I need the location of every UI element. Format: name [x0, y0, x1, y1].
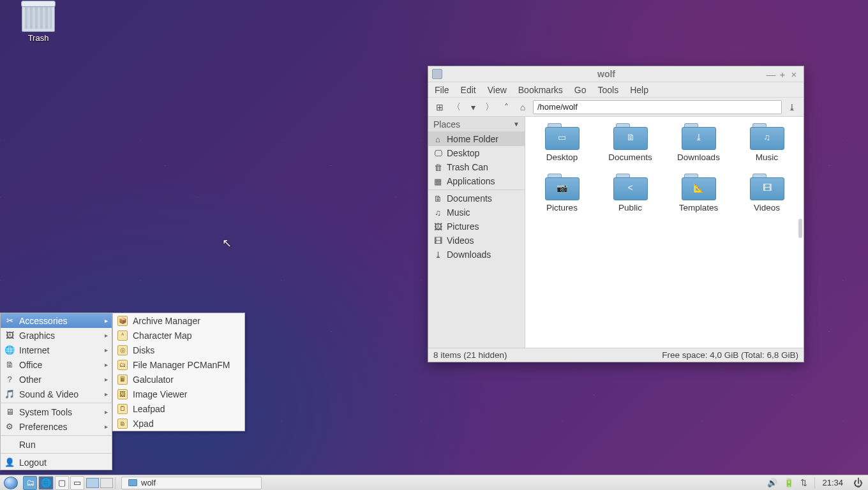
- submenu-arrow-icon: ▸: [105, 390, 108, 397]
- menu-item-system-tools[interactable]: 🖥 System Tools ▸: [1, 405, 112, 419]
- taskbar-panel: 🗂 🌐 ▢ ▭ wolf 🔊 🔋 ⇅ 21:34 ⏻: [0, 475, 868, 490]
- menu-item-other[interactable]: ? Other ▸: [1, 372, 112, 387]
- menu-item-accessories[interactable]: ✂ Accessories ▸: [1, 313, 112, 328]
- menu-item-preferences[interactable]: ⚙ Preferences ▸: [1, 419, 112, 434]
- task-button-file-manager[interactable]: wolf: [121, 477, 262, 489]
- character-map-icon: ᴬ: [117, 330, 128, 341]
- sidebar-item-desktop[interactable]: 🖵Desktop: [428, 146, 525, 160]
- maximize-button[interactable]: +: [777, 69, 788, 80]
- workspace-1[interactable]: [86, 478, 99, 488]
- folder-icon: [432, 69, 442, 79]
- system-tray: 🔊 🔋 ⇅: [762, 478, 812, 487]
- menu-separator: [1, 453, 112, 454]
- status-items: 8 items (21 hidden): [433, 350, 507, 360]
- folder-glyph-icon: 📐: [682, 182, 716, 193]
- status-free-space: Free space: 4,0 GiB (Total: 6,8 GiB): [662, 350, 798, 360]
- sidebar-separator: [428, 189, 525, 190]
- menu-separator: [1, 435, 112, 436]
- submenu-item-file-manager[interactable]: 🗂File Manager PCManFM: [113, 357, 244, 372]
- sidebar-item-downloads[interactable]: ⤓Downloads: [428, 248, 525, 262]
- battery-icon[interactable]: 🔋: [784, 478, 794, 487]
- folder-templates[interactable]: 📐Templates: [668, 174, 730, 212]
- workspace-2[interactable]: [100, 478, 113, 488]
- folder-music[interactable]: ♫Music: [737, 123, 798, 162]
- sidebar-item-label: Videos: [447, 235, 474, 246]
- file-manager-window[interactable]: wolf — + × File Edit View Bookmarks Go T…: [428, 66, 804, 362]
- scrollbar[interactable]: [798, 219, 802, 238]
- sidebar-item-home[interactable]: ⌂Home Folder: [428, 132, 525, 146]
- go-button[interactable]: ⤓: [786, 101, 798, 114]
- accessories-submenu[interactable]: 📦Archive Manager ᴬCharacter Map ◎Disks 🗂…: [112, 313, 245, 431]
- folder-documents[interactable]: 🗎Documents: [600, 123, 661, 162]
- menu-item-sound-video[interactable]: 🎵 Sound & Video ▸: [1, 387, 112, 401]
- menu-tools[interactable]: Tools: [598, 85, 619, 95]
- path-entry[interactable]: /home/wolf: [533, 100, 782, 114]
- menu-item-run[interactable]: Run: [1, 437, 112, 452]
- network-icon[interactable]: ⇅: [800, 478, 807, 487]
- submenu-item-xpad[interactable]: 🗈Xpad: [113, 416, 244, 431]
- sidebar-header[interactable]: Places ▼: [428, 117, 525, 132]
- forward-button[interactable]: 〉: [483, 101, 496, 114]
- start-menu-button[interactable]: [0, 476, 22, 490]
- show-desktop-button[interactable]: ▭: [70, 476, 84, 490]
- sidebar-item-applications[interactable]: ▦Applications: [428, 174, 525, 188]
- menu-item-office[interactable]: 🗎 Office ▸: [1, 357, 112, 372]
- submenu-item-leafpad[interactable]: 🗒Leafpad: [113, 401, 244, 416]
- sidebar-item-trash[interactable]: 🗑Trash Can: [428, 160, 525, 174]
- launcher-app[interactable]: ▢: [55, 476, 69, 490]
- sidebar-item-pictures[interactable]: 🖼Pictures: [428, 219, 525, 234]
- home-button[interactable]: ⌂: [516, 101, 529, 114]
- sidebar-item-documents[interactable]: 🗎Documents: [428, 191, 525, 205]
- folder-pictures[interactable]: 📷Pictures: [532, 174, 593, 212]
- menu-edit[interactable]: Edit: [461, 85, 476, 95]
- documents-icon: 🗎: [433, 194, 442, 204]
- trash-icon: 🗑: [433, 163, 442, 172]
- music-icon: ♫: [433, 208, 442, 218]
- menu-bookmarks[interactable]: Bookmarks: [518, 85, 563, 95]
- back-button[interactable]: 〈: [450, 101, 463, 114]
- menu-go[interactable]: Go: [574, 85, 587, 95]
- titlebar[interactable]: wolf — + ×: [428, 66, 804, 82]
- power-button[interactable]: ⏻: [848, 477, 868, 488]
- desktop-icon-trash[interactable]: Trash: [15, 4, 61, 43]
- blank-icon: [4, 440, 15, 450]
- submenu-item-character-map[interactable]: ᴬCharacter Map: [113, 328, 244, 343]
- application-menu[interactable]: ✂ Accessories ▸ 🖼 Graphics ▸ 🌐 Internet …: [0, 313, 112, 470]
- sidebar-item-videos[interactable]: 🎞Videos: [428, 234, 525, 248]
- launcher-file-manager[interactable]: 🗂: [23, 476, 37, 490]
- menu-item-label: Internet: [19, 345, 49, 355]
- menu-view[interactable]: View: [488, 85, 507, 95]
- folder-desktop[interactable]: ▭Desktop: [532, 123, 593, 162]
- folder-label: Videos: [737, 203, 798, 212]
- submenu-item-disks[interactable]: ◎Disks: [113, 343, 244, 357]
- window-title: wolf: [447, 69, 765, 79]
- folder-videos[interactable]: 🎞Videos: [737, 174, 798, 212]
- volume-icon[interactable]: 🔊: [767, 478, 777, 487]
- menu-item-graphics[interactable]: 🖼 Graphics ▸: [1, 328, 112, 343]
- folder-downloads[interactable]: ⤓Downloads: [668, 123, 730, 162]
- up-button[interactable]: ˄: [500, 101, 513, 114]
- icon-view[interactable]: ▭Desktop 🗎Documents ⤓Downloads ♫Music 📷P…: [525, 117, 804, 348]
- submenu-arrow-icon: ▸: [105, 317, 108, 324]
- submenu-item-galculator[interactable]: 🖩Galculator: [113, 372, 244, 387]
- submenu-item-image-viewer[interactable]: 🖼Image Viewer: [113, 387, 244, 401]
- minimize-button[interactable]: —: [765, 69, 777, 80]
- close-button[interactable]: ×: [788, 69, 800, 80]
- folder-label: Pictures: [532, 203, 593, 212]
- folder-label: Public: [600, 203, 661, 212]
- launcher-browser[interactable]: 🌐: [38, 476, 54, 490]
- menu-item-logout[interactable]: 👤 Logout: [1, 455, 112, 470]
- menu-help[interactable]: Help: [630, 85, 648, 95]
- menu-item-internet[interactable]: 🌐 Internet ▸: [1, 343, 112, 357]
- menu-file[interactable]: File: [435, 85, 449, 95]
- clock[interactable]: 21:34: [817, 478, 848, 487]
- sidebar-item-music[interactable]: ♫Music: [428, 205, 525, 219]
- folder-public[interactable]: <Public: [600, 174, 661, 212]
- sidebar-item-label: Music: [447, 207, 470, 218]
- panel-separator: [115, 477, 116, 489]
- sidebar-item-label: Home Folder: [447, 134, 498, 144]
- history-button[interactable]: ▾: [467, 101, 479, 114]
- submenu-item-label: Disks: [133, 345, 154, 355]
- submenu-item-archive-manager[interactable]: 📦Archive Manager: [113, 313, 244, 328]
- new-tab-button[interactable]: ⊞: [433, 101, 446, 114]
